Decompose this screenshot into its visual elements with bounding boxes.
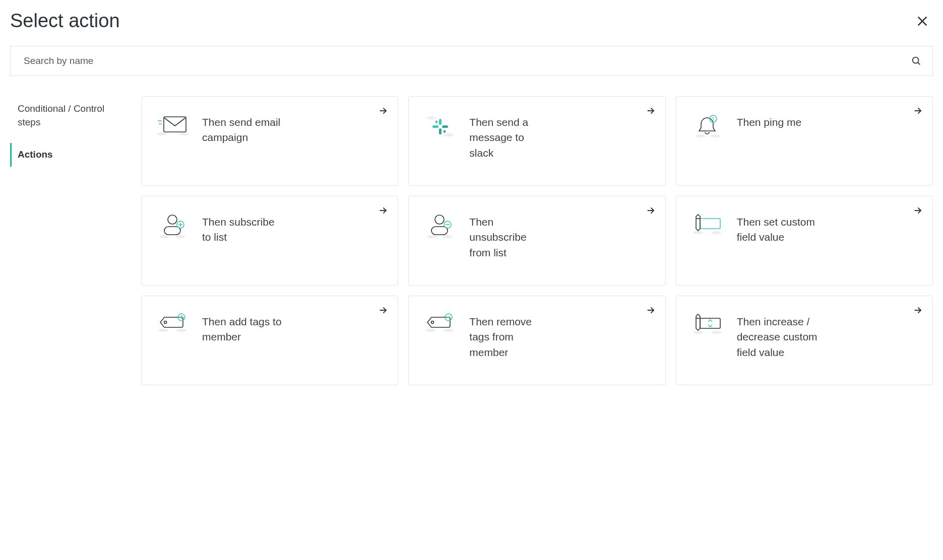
arrow-right-icon — [379, 106, 389, 116]
svg-point-40 — [711, 231, 721, 234]
page-title: Select action — [10, 10, 120, 32]
tag-remove-icon — [422, 309, 457, 372]
svg-point-53 — [431, 321, 434, 324]
subscribe-icon — [155, 209, 190, 272]
svg-line-3 — [918, 62, 920, 64]
search-icon — [911, 55, 922, 66]
arrow-right-icon — [379, 305, 389, 315]
svg-point-57 — [693, 331, 703, 334]
action-card-label: Then increase / decrease custom field va… — [737, 309, 818, 372]
svg-point-45 — [176, 329, 186, 332]
svg-text:1: 1 — [712, 116, 715, 122]
svg-point-25 — [175, 235, 185, 238]
action-card-label: Then set custom field value — [737, 209, 818, 272]
unsubscribe-icon — [422, 209, 457, 272]
email-icon — [155, 110, 190, 172]
svg-rect-41 — [700, 219, 720, 229]
field-updown-icon — [689, 309, 725, 372]
svg-point-52 — [444, 329, 454, 332]
svg-point-24 — [159, 235, 169, 238]
action-card-label: Then remove tags from member — [469, 309, 550, 372]
action-card-email[interactable]: Then send email campaign — [141, 96, 398, 186]
svg-rect-35 — [431, 227, 448, 235]
field-edit-icon — [689, 209, 725, 272]
arrow-right-icon — [646, 106, 656, 116]
svg-point-19 — [695, 134, 705, 137]
action-card-slack[interactable]: Then send a message to slack — [408, 96, 665, 186]
action-card-label: Then ping me — [737, 110, 801, 172]
sidebar-item-label: Actions — [18, 149, 53, 160]
sidebar: Conditional / Control steps Actions — [10, 96, 131, 385]
bell-icon: 1 — [689, 110, 725, 172]
svg-rect-6 — [164, 117, 186, 132]
svg-point-11 — [444, 133, 454, 136]
svg-rect-27 — [164, 227, 180, 235]
action-card-label: Then send email campaign — [202, 110, 283, 172]
sidebar-item-label: Conditional / Control steps — [18, 103, 104, 127]
svg-point-51 — [425, 329, 435, 332]
svg-point-46 — [164, 321, 167, 324]
arrow-right-icon — [913, 106, 923, 116]
svg-point-20 — [710, 134, 720, 137]
svg-point-26 — [168, 215, 177, 224]
sidebar-item-actions[interactable]: Actions — [10, 143, 131, 167]
action-card-add-tags[interactable]: Then add tags to member — [141, 296, 398, 385]
action-grid: Then send email campaign — [141, 96, 933, 385]
action-card-set-field[interactable]: Then set custom field value — [676, 196, 933, 286]
svg-point-5 — [179, 132, 189, 135]
close-button[interactable] — [912, 11, 933, 32]
svg-point-44 — [158, 329, 168, 332]
arrow-right-icon — [646, 205, 656, 216]
arrow-right-icon — [913, 205, 923, 216]
svg-point-58 — [711, 331, 721, 334]
search-input[interactable] — [10, 46, 933, 76]
action-card-label: Then unsubscribe from list — [469, 209, 550, 272]
svg-point-2 — [913, 57, 919, 63]
action-card-label: Then send a message to slack — [469, 110, 550, 172]
svg-rect-14 — [439, 128, 442, 134]
svg-point-33 — [443, 235, 453, 238]
sidebar-item-conditional[interactable]: Conditional / Control steps — [10, 97, 131, 134]
svg-rect-15 — [442, 125, 448, 128]
action-card-inc-dec-field[interactable]: Then increase / decrease custom field va… — [676, 296, 933, 385]
action-card-remove-tags[interactable]: Then remove tags from member — [408, 296, 665, 385]
action-card-ping[interactable]: 1 Then ping me — [676, 96, 933, 186]
action-card-subscribe[interactable]: Then subscribe to list — [141, 196, 398, 286]
svg-point-39 — [693, 231, 703, 234]
close-icon — [916, 15, 929, 28]
action-card-label: Then add tags to member — [202, 309, 283, 372]
tag-add-icon — [155, 309, 190, 372]
svg-rect-12 — [439, 119, 442, 125]
action-card-label: Then subscribe to list — [202, 209, 283, 272]
svg-point-17 — [444, 130, 446, 133]
svg-point-16 — [435, 121, 438, 123]
svg-rect-13 — [432, 125, 438, 128]
arrow-right-icon — [646, 305, 656, 315]
svg-point-32 — [426, 235, 436, 238]
svg-point-34 — [435, 215, 444, 224]
arrow-right-icon — [913, 305, 923, 315]
slack-icon — [422, 110, 457, 172]
arrow-right-icon — [379, 205, 389, 216]
svg-point-4 — [157, 132, 167, 135]
action-card-unsubscribe[interactable]: Then unsubscribe from list — [408, 196, 665, 286]
search-container — [10, 46, 933, 76]
svg-point-10 — [426, 116, 436, 119]
